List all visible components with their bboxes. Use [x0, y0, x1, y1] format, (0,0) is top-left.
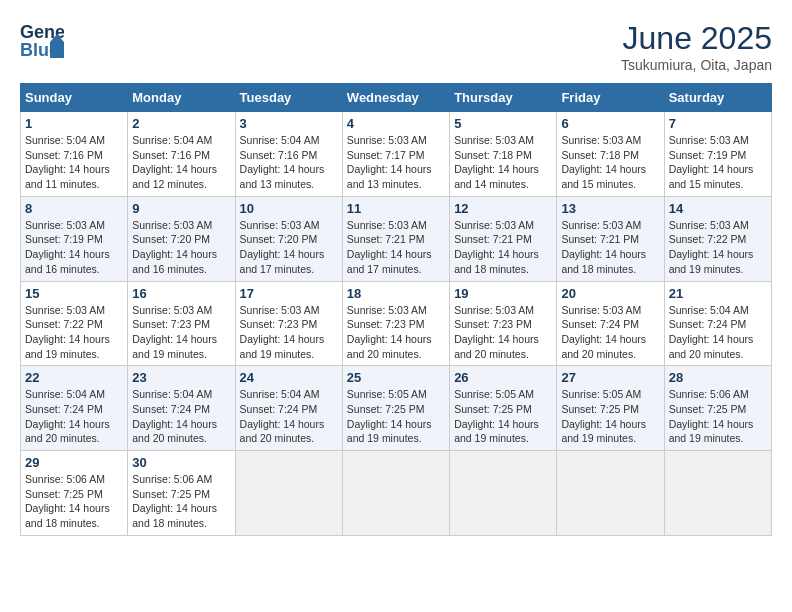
day-number: 24 [240, 370, 338, 385]
day-info: Sunrise: 5:06 AMSunset: 7:25 PMDaylight:… [669, 387, 767, 446]
logo-icon: General Blue [20, 20, 64, 60]
col-monday: Monday [128, 84, 235, 112]
table-row: 11Sunrise: 5:03 AMSunset: 7:21 PMDayligh… [342, 196, 449, 281]
col-thursday: Thursday [450, 84, 557, 112]
day-info: Sunrise: 5:03 AMSunset: 7:22 PMDaylight:… [669, 218, 767, 277]
day-number: 8 [25, 201, 123, 216]
table-row: 5Sunrise: 5:03 AMSunset: 7:18 PMDaylight… [450, 112, 557, 197]
day-info: Sunrise: 5:03 AMSunset: 7:21 PMDaylight:… [454, 218, 552, 277]
day-info: Sunrise: 5:03 AMSunset: 7:23 PMDaylight:… [454, 303, 552, 362]
day-info: Sunrise: 5:03 AMSunset: 7:18 PMDaylight:… [454, 133, 552, 192]
table-row: 19Sunrise: 5:03 AMSunset: 7:23 PMDayligh… [450, 281, 557, 366]
table-row [557, 451, 664, 536]
title-block: June 2025 Tsukumiura, Oita, Japan [621, 20, 772, 73]
day-number: 25 [347, 370, 445, 385]
table-row: 4Sunrise: 5:03 AMSunset: 7:17 PMDaylight… [342, 112, 449, 197]
day-info: Sunrise: 5:06 AMSunset: 7:25 PMDaylight:… [25, 472, 123, 531]
day-info: Sunrise: 5:03 AMSunset: 7:19 PMDaylight:… [669, 133, 767, 192]
table-row: 23Sunrise: 5:04 AMSunset: 7:24 PMDayligh… [128, 366, 235, 451]
day-number: 5 [454, 116, 552, 131]
table-row: 13Sunrise: 5:03 AMSunset: 7:21 PMDayligh… [557, 196, 664, 281]
day-info: Sunrise: 5:03 AMSunset: 7:21 PMDaylight:… [347, 218, 445, 277]
col-sunday: Sunday [21, 84, 128, 112]
day-info: Sunrise: 5:03 AMSunset: 7:20 PMDaylight:… [132, 218, 230, 277]
day-info: Sunrise: 5:03 AMSunset: 7:23 PMDaylight:… [347, 303, 445, 362]
table-row: 18Sunrise: 5:03 AMSunset: 7:23 PMDayligh… [342, 281, 449, 366]
day-info: Sunrise: 5:03 AMSunset: 7:24 PMDaylight:… [561, 303, 659, 362]
month-year-title: June 2025 [621, 20, 772, 57]
table-row: 29Sunrise: 5:06 AMSunset: 7:25 PMDayligh… [21, 451, 128, 536]
day-number: 1 [25, 116, 123, 131]
day-number: 12 [454, 201, 552, 216]
day-info: Sunrise: 5:03 AMSunset: 7:22 PMDaylight:… [25, 303, 123, 362]
day-info: Sunrise: 5:04 AMSunset: 7:16 PMDaylight:… [132, 133, 230, 192]
logo: General Blue [20, 20, 70, 60]
table-row: 22Sunrise: 5:04 AMSunset: 7:24 PMDayligh… [21, 366, 128, 451]
day-info: Sunrise: 5:03 AMSunset: 7:23 PMDaylight:… [240, 303, 338, 362]
svg-text:Blue: Blue [20, 40, 59, 60]
table-row: 26Sunrise: 5:05 AMSunset: 7:25 PMDayligh… [450, 366, 557, 451]
day-number: 13 [561, 201, 659, 216]
table-row: 10Sunrise: 5:03 AMSunset: 7:20 PMDayligh… [235, 196, 342, 281]
day-number: 29 [25, 455, 123, 470]
day-number: 7 [669, 116, 767, 131]
col-friday: Friday [557, 84, 664, 112]
day-info: Sunrise: 5:03 AMSunset: 7:23 PMDaylight:… [132, 303, 230, 362]
table-row: 9Sunrise: 5:03 AMSunset: 7:20 PMDaylight… [128, 196, 235, 281]
day-info: Sunrise: 5:03 AMSunset: 7:21 PMDaylight:… [561, 218, 659, 277]
day-info: Sunrise: 5:04 AMSunset: 7:16 PMDaylight:… [25, 133, 123, 192]
day-number: 26 [454, 370, 552, 385]
table-row [664, 451, 771, 536]
day-number: 17 [240, 286, 338, 301]
table-row: 2Sunrise: 5:04 AMSunset: 7:16 PMDaylight… [128, 112, 235, 197]
col-saturday: Saturday [664, 84, 771, 112]
day-number: 18 [347, 286, 445, 301]
day-number: 6 [561, 116, 659, 131]
day-number: 10 [240, 201, 338, 216]
day-info: Sunrise: 5:03 AMSunset: 7:17 PMDaylight:… [347, 133, 445, 192]
day-number: 15 [25, 286, 123, 301]
day-info: Sunrise: 5:05 AMSunset: 7:25 PMDaylight:… [347, 387, 445, 446]
table-row: 14Sunrise: 5:03 AMSunset: 7:22 PMDayligh… [664, 196, 771, 281]
table-row: 15Sunrise: 5:03 AMSunset: 7:22 PMDayligh… [21, 281, 128, 366]
table-row: 24Sunrise: 5:04 AMSunset: 7:24 PMDayligh… [235, 366, 342, 451]
day-number: 28 [669, 370, 767, 385]
day-info: Sunrise: 5:03 AMSunset: 7:19 PMDaylight:… [25, 218, 123, 277]
calendar-week-row: 1Sunrise: 5:04 AMSunset: 7:16 PMDaylight… [21, 112, 772, 197]
day-number: 9 [132, 201, 230, 216]
table-row [235, 451, 342, 536]
table-row: 17Sunrise: 5:03 AMSunset: 7:23 PMDayligh… [235, 281, 342, 366]
table-row: 16Sunrise: 5:03 AMSunset: 7:23 PMDayligh… [128, 281, 235, 366]
calendar-table: Sunday Monday Tuesday Wednesday Thursday… [20, 83, 772, 536]
table-row: 7Sunrise: 5:03 AMSunset: 7:19 PMDaylight… [664, 112, 771, 197]
calendar-week-row: 22Sunrise: 5:04 AMSunset: 7:24 PMDayligh… [21, 366, 772, 451]
day-number: 30 [132, 455, 230, 470]
table-row: 27Sunrise: 5:05 AMSunset: 7:25 PMDayligh… [557, 366, 664, 451]
day-number: 21 [669, 286, 767, 301]
calendar-week-row: 29Sunrise: 5:06 AMSunset: 7:25 PMDayligh… [21, 451, 772, 536]
day-info: Sunrise: 5:04 AMSunset: 7:24 PMDaylight:… [132, 387, 230, 446]
day-info: Sunrise: 5:05 AMSunset: 7:25 PMDaylight:… [561, 387, 659, 446]
day-number: 23 [132, 370, 230, 385]
day-number: 20 [561, 286, 659, 301]
day-info: Sunrise: 5:04 AMSunset: 7:24 PMDaylight:… [240, 387, 338, 446]
table-row: 3Sunrise: 5:04 AMSunset: 7:16 PMDaylight… [235, 112, 342, 197]
table-row: 12Sunrise: 5:03 AMSunset: 7:21 PMDayligh… [450, 196, 557, 281]
day-number: 22 [25, 370, 123, 385]
table-row: 21Sunrise: 5:04 AMSunset: 7:24 PMDayligh… [664, 281, 771, 366]
day-number: 27 [561, 370, 659, 385]
day-number: 4 [347, 116, 445, 131]
day-info: Sunrise: 5:03 AMSunset: 7:18 PMDaylight:… [561, 133, 659, 192]
table-row: 8Sunrise: 5:03 AMSunset: 7:19 PMDaylight… [21, 196, 128, 281]
day-number: 19 [454, 286, 552, 301]
day-info: Sunrise: 5:04 AMSunset: 7:16 PMDaylight:… [240, 133, 338, 192]
calendar-week-row: 8Sunrise: 5:03 AMSunset: 7:19 PMDaylight… [21, 196, 772, 281]
day-info: Sunrise: 5:05 AMSunset: 7:25 PMDaylight:… [454, 387, 552, 446]
page-header: General Blue June 2025 Tsukumiura, Oita,… [20, 20, 772, 73]
day-number: 2 [132, 116, 230, 131]
table-row: 1Sunrise: 5:04 AMSunset: 7:16 PMDaylight… [21, 112, 128, 197]
day-number: 11 [347, 201, 445, 216]
calendar-week-row: 15Sunrise: 5:03 AMSunset: 7:22 PMDayligh… [21, 281, 772, 366]
day-number: 3 [240, 116, 338, 131]
day-info: Sunrise: 5:06 AMSunset: 7:25 PMDaylight:… [132, 472, 230, 531]
